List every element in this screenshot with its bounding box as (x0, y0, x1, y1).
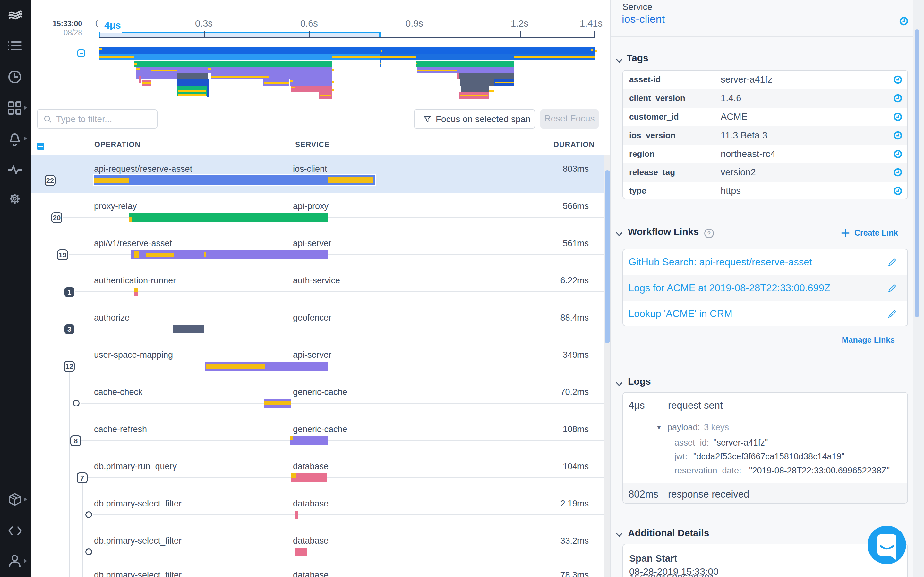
svg-text:?: ? (708, 230, 711, 237)
